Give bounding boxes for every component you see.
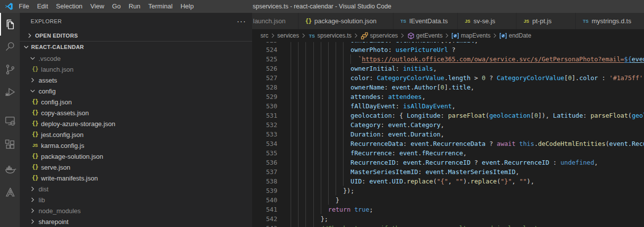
file-tree: .vscode{}launch.jsonassetsconfig{}config…: [20, 53, 252, 227]
tree-item-copy-assets-json[interactable]: {}copy-assets.json: [20, 107, 252, 118]
code-line-538: 538 UID: event.UID.replace("{", "").repl…: [252, 177, 644, 186]
menu-item-edit[interactable]: Edit: [33, 0, 52, 13]
tree-item-label: node_modules: [39, 207, 81, 215]
tree-item-lib[interactable]: lib: [20, 194, 252, 205]
code-line-540: 540 }: [252, 195, 644, 205]
breadcrumb-spservices[interactable]: spservices: [360, 32, 398, 40]
line-number: 528: [252, 83, 277, 92]
breadcrumb-spservices-ts[interactable]: TSspservices.ts: [308, 32, 351, 40]
tree-item-label: dist: [39, 185, 48, 193]
json-file-icon: {}: [32, 65, 39, 73]
breadcrumb-mapEvents[interactable]: mapEvents: [451, 32, 490, 40]
menu-item-run[interactable]: Run: [125, 0, 144, 13]
code-line-527: 527 color: CategoryColorValue.length > 0…: [252, 73, 644, 83]
activity-extensions-icon[interactable]: [0, 134, 20, 156]
tree-item-config[interactable]: config: [20, 86, 252, 96]
code-line-531: 531 geolocation: { Longitude: parseFloat…: [252, 111, 644, 120]
code-line-content: Duration: event.Duration,: [291, 130, 444, 139]
breadcrumb-getEvents[interactable]: getEvents: [407, 32, 442, 40]
tree-item-label: serve.json: [41, 164, 70, 171]
code-line-541: 541 return true;: [252, 205, 644, 214]
breadcrumb-label: getEvents: [416, 32, 442, 39]
code-editor[interactable]: 523 ownerEmail: event.Author[0].email,52…: [252, 42, 644, 227]
tab-sv-se-js[interactable]: JSsv-se.js: [458, 13, 516, 29]
breadcrumb-label: endDate: [509, 32, 531, 39]
line-number: 543: [252, 224, 277, 227]
sidebar-more-actions-icon[interactable]: ···: [237, 13, 246, 30]
menu-item-file[interactable]: File: [15, 0, 33, 13]
code-line-content: RecurrenceID: event.RecurrenceID ? event…: [291, 158, 598, 167]
code-line-535: 535 fRecurrence: event.fRecurrence,: [252, 148, 644, 158]
line-number: 531: [252, 111, 277, 120]
line-number: 533: [252, 130, 277, 139]
tree-item-node-modules[interactable]: node_modules: [20, 205, 252, 216]
tree-item-label: sharepoint: [39, 218, 69, 226]
activity-search-icon[interactable]: [0, 35, 20, 58]
tab-IEventData-ts[interactable]: TSIEventData.ts: [393, 13, 458, 29]
breadcrumb-separator-icon: [443, 32, 450, 39]
menu-item-selection[interactable]: Selection: [52, 0, 86, 13]
breadcrumb-services[interactable]: services: [277, 32, 299, 39]
tree-item-launch-json[interactable]: {}launch.json: [20, 64, 252, 75]
activity-source-control-icon[interactable]: [0, 58, 20, 81]
menu-item-go[interactable]: Go: [108, 0, 125, 13]
editor-group: launch.json{}package-solution.jsonTSIEve…: [252, 13, 644, 227]
tree-item-label: lib: [39, 196, 45, 204]
line-number: 527: [252, 73, 277, 83]
open-editors-label: OPEN EDITORS: [35, 33, 78, 39]
tree-item-jest-config-json[interactable]: {}jest.config.json: [20, 129, 252, 140]
symbol-field-icon: [451, 32, 459, 40]
activity-azure-icon[interactable]: [0, 181, 20, 203]
line-number: 541: [252, 205, 277, 214]
tab-launch-json[interactable]: launch.json: [252, 13, 299, 29]
tree-item-deploy-azure-storage-json[interactable]: {}deploy-azure-storage.json: [20, 118, 252, 129]
menu-item-terminal[interactable]: Terminal: [144, 0, 176, 13]
project-root-header[interactable]: REACT-CALENDAR: [20, 41, 252, 52]
tree-item-package-solution-json[interactable]: {}package-solution.json: [20, 151, 252, 162]
chevron-right-icon: [29, 196, 37, 204]
tree-item-karma-config-js[interactable]: JSkarma.config.js: [20, 140, 252, 151]
code-line-content: Category: event.Category,: [291, 120, 444, 130]
line-number: 536: [252, 158, 277, 167]
activity-bar: [0, 13, 20, 227]
code-line-content: //Checks to see if there are any results…: [291, 224, 557, 227]
activity-run-debug-icon[interactable]: [0, 81, 20, 103]
line-number: 535: [252, 148, 277, 158]
line-number: 532: [252, 120, 277, 130]
json-file-icon: {}: [305, 17, 312, 25]
breadcrumb-src[interactable]: src: [260, 32, 268, 39]
breadcrumb-separator-icon: [399, 32, 406, 39]
tab-label: package-solution.json: [314, 17, 377, 25]
menu-item-help[interactable]: Help: [176, 0, 198, 13]
tree-item-assets[interactable]: assets: [20, 75, 252, 86]
activity-explorer-icon[interactable]: [0, 13, 20, 36]
tab-label: IEventData.ts: [409, 17, 448, 25]
tab-package-solution-json[interactable]: {}package-solution.json: [299, 13, 393, 29]
menu-item-view[interactable]: View: [86, 0, 108, 13]
code-line-content: RecurrenceData: event.RecurrenceData ? a…: [291, 139, 644, 148]
tree-item-label: config.json: [41, 98, 72, 106]
line-number: 534: [252, 139, 277, 148]
tab-bar: launch.json{}package-solution.jsonTSIEve…: [252, 13, 644, 29]
tree-item--vscode[interactable]: .vscode: [20, 53, 252, 64]
activity-remote-explorer-icon[interactable]: [0, 109, 20, 132]
activity-docker-icon[interactable]: [0, 157, 20, 180]
code-line-536: 536 RecurrenceID: event.RecurrenceID ? e…: [252, 158, 644, 167]
breadcrumb-endDate[interactable]: endDate: [499, 32, 531, 40]
breadcrumbs: srcservicesTSspservices.tsspservicesgetE…: [252, 29, 644, 42]
open-editors-header[interactable]: OPEN EDITORS: [20, 30, 252, 41]
code-line-content: ownerName: event.Author[0].title,: [291, 83, 474, 92]
code-line-content: attendes: attendees,: [291, 92, 426, 101]
tree-item-config-json[interactable]: {}config.json: [20, 96, 252, 107]
js-file-icon: JS: [523, 17, 530, 25]
tab-mystrings-d-ts[interactable]: TSmystrings.d.ts: [576, 13, 644, 29]
ts-file-icon: TS: [582, 17, 589, 25]
tab-pt-pt-js[interactable]: JSpt-pt.js: [516, 13, 576, 29]
tree-item-serve-json[interactable]: {}serve.json: [20, 162, 252, 173]
tree-item-write-manifests-json[interactable]: {}write-manifests.json: [20, 173, 252, 183]
line-number: 526: [252, 64, 277, 73]
tree-item-sharepoint[interactable]: sharepoint: [20, 216, 252, 227]
tree-item-dist[interactable]: dist: [20, 183, 252, 194]
chevron-right-icon: [29, 218, 37, 226]
json-file-icon: {}: [32, 109, 39, 117]
